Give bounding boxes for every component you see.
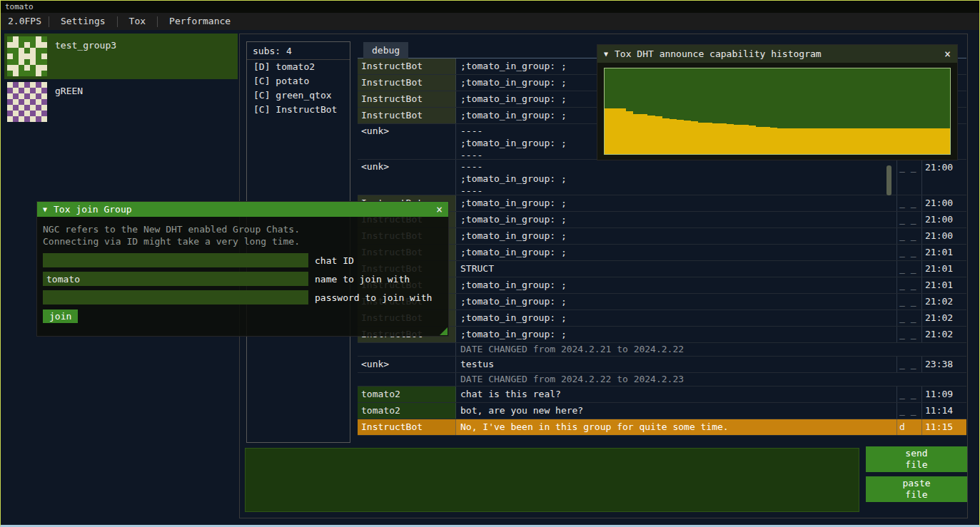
histogram-bar xyxy=(777,128,784,154)
histogram-bar xyxy=(670,119,677,154)
group-item-gREEN[interactable]: gREEN xyxy=(4,79,238,125)
resize-grip[interactable] xyxy=(440,327,448,335)
message-text: ;tomato_in_group: ; xyxy=(456,294,897,309)
join-group-window: ▼ Tox join Group × NGC refers to the New… xyxy=(36,201,449,337)
join-password-label: password to join with xyxy=(315,292,432,303)
histogram-bar xyxy=(698,123,705,154)
timestamp: 21:02 xyxy=(922,294,964,309)
sender-name: InstructBot xyxy=(358,419,456,435)
message-row[interactable]: InstructBotNo, I've been in this group f… xyxy=(358,419,966,436)
menu-item-settings[interactable]: Settings xyxy=(49,13,117,30)
join-name-input[interactable] xyxy=(43,272,308,286)
sender-name: <unk> xyxy=(358,160,456,195)
histogram-bar xyxy=(914,128,921,154)
menu-item-tox[interactable]: Tox xyxy=(118,13,157,30)
message-text: ;tomato_in_group: ; xyxy=(456,245,897,260)
message-row[interactable]: tomato2chat is this real?_ _11:09 xyxy=(358,387,966,403)
delivery-flags: _ _ xyxy=(897,228,922,244)
menu-bar: 2.0FPS SettingsToxPerformance xyxy=(1,13,979,30)
join-password-input[interactable] xyxy=(43,290,308,305)
histogram-bar xyxy=(741,125,748,154)
histogram-bar xyxy=(892,128,899,154)
histogram-bar xyxy=(605,108,612,154)
delivery-flags: _ _ xyxy=(897,245,922,260)
member-item[interactable]: [C] InstructBot xyxy=(247,103,350,117)
sender-name: InstructBot xyxy=(358,108,456,123)
histogram-bar xyxy=(849,128,857,154)
ngc-hint-line2: Connecting via ID might take a very long… xyxy=(43,235,443,247)
sender-name: InstructBot xyxy=(358,58,456,74)
paste-file-button[interactable]: paste file xyxy=(866,476,967,502)
timestamp: 21:00 xyxy=(922,212,964,227)
histogram-bar xyxy=(871,128,878,154)
sender-name: <unk> xyxy=(358,357,456,372)
message-input[interactable] xyxy=(245,448,859,512)
message-row[interactable]: <unk>----;tomato_in_group: ;----_ _21:00 xyxy=(358,160,966,195)
histogram-bar xyxy=(756,127,763,154)
delivery-flags: _ _ xyxy=(897,387,922,402)
date-separator-row: DATE CHANGED from 2024.2.21 to 2024.2.22 xyxy=(358,343,966,357)
histogram-bar xyxy=(921,128,928,154)
member-item[interactable]: [D] tomato2 xyxy=(247,60,350,74)
collapse-arrow-icon[interactable]: ▼ xyxy=(43,205,47,213)
tab-debug[interactable]: debug xyxy=(363,42,408,58)
close-icon[interactable]: × xyxy=(944,48,951,61)
message-row[interactable]: <unk>testus_ _23:38 xyxy=(358,357,966,373)
message-text: No, I've been in this group for quite so… xyxy=(456,419,897,435)
histogram-bar xyxy=(734,125,741,154)
delivery-flags: _ _ xyxy=(897,160,922,195)
delivery-flags: _ _ xyxy=(897,357,922,372)
member-item[interactable]: [C] green_qtox xyxy=(247,88,350,103)
delivery-flags: _ _ xyxy=(897,277,922,293)
timestamp: 21:01 xyxy=(922,261,964,277)
histogram-bar xyxy=(929,128,936,154)
timestamp: 21:00 xyxy=(922,160,964,195)
chat-id-input[interactable] xyxy=(43,253,308,267)
message-row[interactable]: tomato2bot, are you new here?_ _11:14 xyxy=(358,403,966,419)
sender-name xyxy=(358,343,456,356)
histogram-bar xyxy=(612,108,619,154)
histogram-bar xyxy=(899,128,906,154)
message-text: ----;tomato_in_group: ;---- xyxy=(456,160,897,195)
group-list: test_group3gREEN xyxy=(4,34,238,125)
histogram-bar xyxy=(647,116,655,154)
histogram-bar xyxy=(857,128,864,154)
sender-name: tomato2 xyxy=(358,387,456,402)
histogram-bar xyxy=(835,128,842,154)
chat-scrollbar-thumb[interactable] xyxy=(886,165,891,195)
message-text: ;tomato_in_group: ; xyxy=(456,212,897,227)
histogram-bar xyxy=(655,116,662,154)
timestamp: 23:38 xyxy=(922,357,964,372)
close-icon[interactable]: × xyxy=(436,203,443,216)
dht-histogram-body xyxy=(597,63,957,160)
histogram-bar xyxy=(885,128,892,154)
menu-item-performance[interactable]: Performance xyxy=(158,13,242,30)
timestamp: 11:14 xyxy=(922,403,964,419)
sender-name: <unk> xyxy=(358,124,456,159)
dht-histogram-titlebar[interactable]: ▼ Tox DHT announce capability histogram … xyxy=(597,45,957,63)
histogram-bar xyxy=(936,128,943,154)
date-changed-text: DATE CHANGED from 2024.2.21 to 2024.2.22 xyxy=(456,343,966,356)
histogram-bar xyxy=(906,128,914,154)
group-item-test_group3[interactable]: test_group3 xyxy=(4,34,238,79)
collapse-arrow-icon[interactable]: ▼ xyxy=(604,50,608,58)
histogram-bar xyxy=(813,128,820,154)
dht-histogram-window: ▼ Tox DHT announce capability histogram … xyxy=(597,44,958,160)
timestamp: 11:09 xyxy=(922,387,964,402)
histogram-bar xyxy=(864,128,871,154)
group-name: test_group3 xyxy=(55,40,116,51)
join-button[interactable]: join xyxy=(43,309,78,323)
histogram-bar xyxy=(943,128,950,154)
send-file-button[interactable]: send file xyxy=(866,446,967,472)
histogram-bar xyxy=(626,111,633,154)
message-text: ;tomato_in_group: ; xyxy=(456,228,897,244)
group-avatar xyxy=(7,82,47,122)
fps-indicator: 2.0FPS xyxy=(1,13,49,30)
message-text: ;tomato_in_group: ; xyxy=(456,195,897,211)
delivery-flags: d xyxy=(897,419,922,435)
join-group-titlebar[interactable]: ▼ Tox join Group × xyxy=(37,202,448,217)
member-item[interactable]: [C] potato xyxy=(247,74,350,88)
dht-histogram-title: Tox DHT announce capability histogram xyxy=(615,48,822,59)
histogram-plot xyxy=(604,68,951,155)
message-text: testus xyxy=(456,357,897,372)
